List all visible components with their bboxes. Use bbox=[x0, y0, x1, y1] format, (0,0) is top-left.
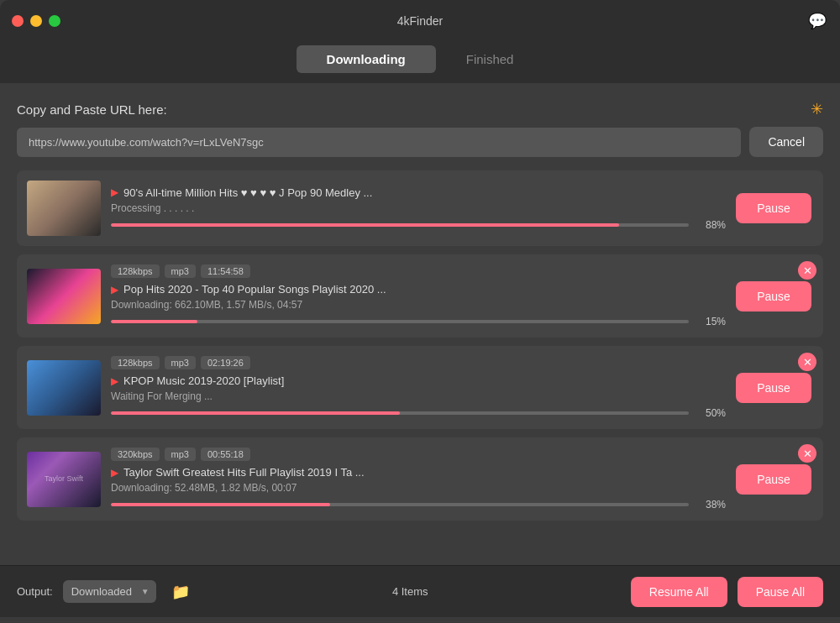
item-3-details: 128kbps mp3 02:19:26 ▶ KPOP Music 2019-2… bbox=[111, 356, 726, 419]
badge-bitrate-2: 128kbps bbox=[111, 264, 160, 278]
folder-icon[interactable]: 📁 bbox=[171, 583, 190, 601]
item-4-actions: Pause bbox=[736, 464, 811, 495]
maximize-button[interactable] bbox=[49, 15, 60, 27]
pause-button-1[interactable]: Pause bbox=[736, 193, 811, 223]
item-3-actions: Pause bbox=[736, 373, 811, 403]
item-4-progress-fill bbox=[111, 503, 330, 506]
item-2-status: Downloading: 662.10MB, 1.57 MB/s, 04:57 bbox=[111, 299, 726, 311]
item-1-status: Processing . . . . . . bbox=[111, 202, 726, 214]
download-item-3: 128kbps mp3 02:19:26 ▶ KPOP Music 2019-2… bbox=[17, 346, 823, 429]
close-button-2[interactable]: ✕ bbox=[798, 261, 816, 280]
youtube-icon-3: ▶ bbox=[111, 375, 118, 387]
tab-downloading[interactable]: Downloading bbox=[297, 45, 436, 73]
thumbnail-3 bbox=[27, 360, 101, 416]
item-3-status: Waiting For Merging ... bbox=[111, 390, 726, 402]
badge-duration-3: 02:19:26 bbox=[201, 356, 250, 369]
item-2-badges: 128kbps mp3 11:54:58 bbox=[111, 264, 726, 278]
loading-spinner: ✳ bbox=[811, 100, 823, 118]
badge-format-2: mp3 bbox=[165, 264, 196, 278]
pause-button-2[interactable]: Pause bbox=[736, 281, 811, 312]
window-controls bbox=[12, 15, 60, 27]
item-1-progress-row: 88% bbox=[111, 219, 726, 231]
thumbnail-2 bbox=[27, 269, 101, 324]
close-button-4[interactable]: ✕ bbox=[798, 444, 816, 463]
item-4-progress-row: 38% bbox=[111, 499, 726, 510]
close-button-3[interactable]: ✕ bbox=[798, 353, 816, 371]
item-4-badges: 320kbps mp3 00:55:18 bbox=[111, 448, 726, 461]
close-button[interactable] bbox=[12, 15, 24, 27]
badge-duration-4: 00:55:18 bbox=[201, 448, 250, 461]
items-count: 4 Items bbox=[200, 585, 621, 598]
item-3-badges: 128kbps mp3 02:19:26 bbox=[111, 356, 726, 369]
item-3-progress-bg bbox=[111, 411, 689, 415]
tab-finished[interactable]: Finished bbox=[436, 45, 544, 73]
item-3-title: ▶ KPOP Music 2019-2020 [Playlist] bbox=[111, 374, 726, 387]
item-1-progress-bg bbox=[111, 223, 689, 227]
url-section: Copy and Paste URL here: ✳ Cancel bbox=[17, 100, 823, 157]
item-1-title: ▶ 90's All-time Million Hits ♥ ♥ ♥ ♥ J P… bbox=[111, 186, 726, 199]
output-select-wrap: Downloaded Desktop Documents Music ▼ bbox=[63, 580, 156, 603]
download-item-2: 128kbps mp3 11:54:58 ▶ Pop Hits 2020 - T… bbox=[17, 254, 823, 338]
badge-format-4: mp3 bbox=[165, 448, 196, 461]
item-2-progress-fill bbox=[111, 320, 197, 323]
item-3-progress-row: 50% bbox=[111, 407, 726, 419]
item-4-progress-bg bbox=[111, 503, 689, 506]
bottombar: Output: Downloaded Desktop Documents Mus… bbox=[0, 565, 840, 617]
item-4-status: Downloading: 52.48MB, 1.82 MB/s, 00:07 bbox=[111, 482, 726, 494]
item-4-title: ▶ Taylor Swift Greatest Hits Full Playli… bbox=[111, 466, 726, 479]
app-title: 4kFinder bbox=[397, 14, 443, 28]
item-4-progress-pct: 38% bbox=[697, 499, 726, 510]
titlebar: 4kFinder 💬 bbox=[0, 0, 840, 42]
youtube-icon-4: ▶ bbox=[111, 467, 118, 479]
item-2-actions: Pause bbox=[736, 281, 811, 312]
thumbnail-4: Taylor Swift bbox=[27, 452, 101, 507]
item-2-progress-row: 15% bbox=[111, 316, 726, 327]
item-1-details: ▶ 90's All-time Million Hits ♥ ♥ ♥ ♥ J P… bbox=[111, 186, 726, 231]
item-3-progress-fill bbox=[111, 411, 400, 415]
thumbnail-1 bbox=[27, 181, 101, 236]
item-4-details: 320kbps mp3 00:55:18 ▶ Taylor Swift Grea… bbox=[111, 448, 726, 510]
resume-all-button[interactable]: Resume All bbox=[631, 577, 727, 607]
badge-bitrate-3: 128kbps bbox=[111, 356, 160, 369]
output-label: Output: bbox=[17, 585, 53, 598]
item-1-progress-pct: 88% bbox=[697, 219, 726, 231]
badge-duration-2: 11:54:58 bbox=[201, 264, 250, 278]
url-row: Cancel bbox=[17, 127, 823, 157]
pause-button-3[interactable]: Pause bbox=[736, 373, 811, 403]
item-2-details: 128kbps mp3 11:54:58 ▶ Pop Hits 2020 - T… bbox=[111, 264, 726, 327]
url-label-text: Copy and Paste URL here: bbox=[17, 102, 167, 117]
youtube-icon-1: ▶ bbox=[111, 186, 118, 198]
tabbar: Downloading Finished bbox=[0, 42, 840, 83]
download-item-1: ▶ 90's All-time Million Hits ♥ ♥ ♥ ♥ J P… bbox=[17, 170, 823, 246]
chat-icon[interactable]: 💬 bbox=[808, 12, 827, 30]
pause-button-4[interactable]: Pause bbox=[736, 464, 811, 495]
download-item-4: Taylor Swift 320kbps mp3 00:55:18 ▶ Tayl… bbox=[17, 437, 823, 521]
item-2-progress-bg bbox=[111, 320, 689, 323]
download-list: ▶ 90's All-time Million Hits ♥ ♥ ♥ ♥ J P… bbox=[17, 170, 823, 529]
item-2-title: ▶ Pop Hits 2020 - Top 40 Popular Songs P… bbox=[111, 283, 726, 296]
item-3-progress-pct: 50% bbox=[697, 407, 726, 419]
minimize-button[interactable] bbox=[30, 15, 42, 27]
cancel-button[interactable]: Cancel bbox=[749, 127, 823, 157]
badge-bitrate-4: 320kbps bbox=[111, 448, 160, 461]
item-1-progress-fill bbox=[111, 223, 619, 227]
main-content: Copy and Paste URL here: ✳ Cancel ▶ 90's… bbox=[0, 83, 840, 565]
badge-format-3: mp3 bbox=[165, 356, 196, 369]
url-input[interactable] bbox=[17, 128, 741, 157]
item-1-actions: Pause bbox=[736, 193, 811, 223]
item-2-progress-pct: 15% bbox=[697, 316, 726, 327]
pause-all-button[interactable]: Pause All bbox=[738, 577, 823, 607]
youtube-icon-2: ▶ bbox=[111, 284, 118, 296]
output-select[interactable]: Downloaded Desktop Documents Music bbox=[63, 580, 156, 603]
